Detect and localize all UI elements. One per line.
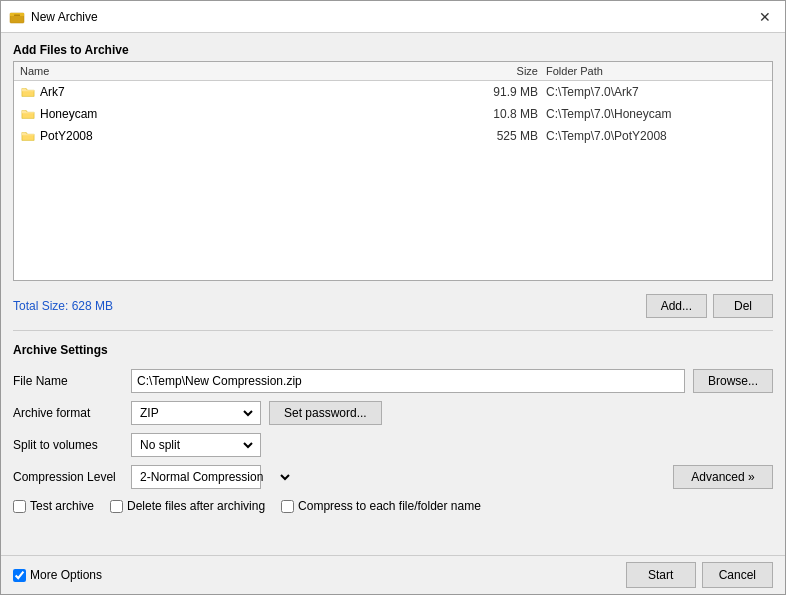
test-archive-checkbox-label[interactable]: Test archive bbox=[13, 499, 94, 513]
split-volumes-select-wrapper[interactable]: No split1 MB10 MB100 MB700 MB bbox=[131, 433, 261, 457]
compress-each-label: Compress to each file/folder name bbox=[298, 499, 481, 513]
compression-level-label: Compression Level bbox=[13, 470, 123, 484]
folder-icon bbox=[20, 106, 36, 122]
del-button[interactable]: Del bbox=[713, 294, 773, 318]
split-volumes-label: Split to volumes bbox=[13, 438, 123, 452]
file-size-cell: 10.8 MB bbox=[466, 107, 546, 121]
file-list-container[interactable]: Name Size Folder Path Ark7 91.9 MB C:\Te… bbox=[13, 61, 773, 281]
file-name-row: File Name Browse... bbox=[13, 369, 773, 393]
start-button[interactable]: Start bbox=[626, 562, 696, 588]
delete-files-label: Delete files after archiving bbox=[127, 499, 265, 513]
folder-icon bbox=[20, 84, 36, 100]
archive-format-label: Archive format bbox=[13, 406, 123, 420]
file-name-cell: Honeycam bbox=[40, 107, 466, 121]
close-button[interactable]: ✕ bbox=[753, 7, 777, 27]
dialog-body: Add Files to Archive Name Size Folder Pa… bbox=[1, 33, 785, 555]
archive-format-select-wrapper[interactable]: ZIP7ZTARGZBZ2 bbox=[131, 401, 261, 425]
compress-each-checkbox-label[interactable]: Compress to each file/folder name bbox=[281, 499, 481, 513]
file-path-cell: C:\Temp\7.0\Honeycam bbox=[546, 107, 766, 121]
svg-rect-2 bbox=[14, 14, 20, 16]
compress-each-checkbox[interactable] bbox=[281, 500, 294, 513]
more-options-checkbox[interactable] bbox=[13, 569, 26, 582]
file-buttons: Add... Del bbox=[646, 294, 773, 318]
delete-files-checkbox-label[interactable]: Delete files after archiving bbox=[110, 499, 265, 513]
cancel-button[interactable]: Cancel bbox=[702, 562, 773, 588]
files-section: Add Files to Archive Name Size Folder Pa… bbox=[13, 43, 773, 281]
compression-select[interactable]: 0-Store1-Fastest2-Normal Compression3-Ma… bbox=[136, 469, 293, 485]
add-button[interactable]: Add... bbox=[646, 294, 707, 318]
file-path-cell: C:\Temp\7.0\PotY2008 bbox=[546, 129, 766, 143]
file-rows: Ark7 91.9 MB C:\Temp\7.0\Ark7 Honeycam 1… bbox=[14, 81, 772, 147]
split-volumes-select[interactable]: No split1 MB10 MB100 MB700 MB bbox=[136, 437, 256, 453]
title-bar-left: New Archive bbox=[9, 9, 98, 25]
archive-settings: Archive Settings File Name Browse... Arc… bbox=[13, 343, 773, 513]
table-row[interactable]: Honeycam 10.8 MB C:\Temp\7.0\Honeycam bbox=[14, 103, 772, 125]
set-password-button[interactable]: Set password... bbox=[269, 401, 382, 425]
total-size-row: Total Size: 628 MB Add... Del bbox=[13, 294, 773, 318]
browse-button[interactable]: Browse... bbox=[693, 369, 773, 393]
file-path-cell: C:\Temp\7.0\Ark7 bbox=[546, 85, 766, 99]
file-name-cell: PotY2008 bbox=[40, 129, 466, 143]
test-archive-checkbox[interactable] bbox=[13, 500, 26, 513]
title-bar: New Archive ✕ bbox=[1, 1, 785, 33]
settings-title: Archive Settings bbox=[13, 343, 773, 357]
col-header-size: Size bbox=[466, 65, 546, 77]
checkboxes-row: Test archive Delete files after archivin… bbox=[13, 499, 773, 513]
file-list-header: Name Size Folder Path bbox=[14, 62, 772, 81]
col-header-path: Folder Path bbox=[546, 65, 766, 77]
delete-files-checkbox[interactable] bbox=[110, 500, 123, 513]
col-header-name: Name bbox=[20, 65, 466, 77]
advanced-button[interactable]: Advanced » bbox=[673, 465, 773, 489]
bottom-buttons: Start Cancel bbox=[626, 562, 773, 588]
archive-format-row: Archive format ZIP7ZTARGZBZ2 Set passwor… bbox=[13, 401, 773, 425]
file-size-cell: 91.9 MB bbox=[466, 85, 546, 99]
dialog-window: New Archive ✕ Add Files to Archive Name … bbox=[0, 0, 786, 595]
more-options-text: More Options bbox=[30, 568, 102, 582]
divider-1 bbox=[13, 330, 773, 331]
test-archive-label: Test archive bbox=[30, 499, 94, 513]
compression-select-wrapper[interactable]: 0-Store1-Fastest2-Normal Compression3-Ma… bbox=[131, 465, 261, 489]
files-section-title: Add Files to Archive bbox=[13, 43, 773, 57]
total-size-label: Total Size: 628 MB bbox=[13, 299, 113, 313]
file-name-control bbox=[131, 369, 685, 393]
compression-level-row: Compression Level 0-Store1-Fastest2-Norm… bbox=[13, 465, 773, 489]
file-name-cell: Ark7 bbox=[40, 85, 466, 99]
folder-icon bbox=[20, 128, 36, 144]
archive-icon bbox=[9, 9, 25, 25]
title-text: New Archive bbox=[31, 10, 98, 24]
file-size-cell: 525 MB bbox=[466, 129, 546, 143]
more-options-label[interactable]: More Options bbox=[13, 568, 102, 582]
file-name-input[interactable] bbox=[131, 369, 685, 393]
split-volumes-row: Split to volumes No split1 MB10 MB100 MB… bbox=[13, 433, 773, 457]
archive-format-select[interactable]: ZIP7ZTARGZBZ2 bbox=[136, 405, 256, 421]
table-row[interactable]: Ark7 91.9 MB C:\Temp\7.0\Ark7 bbox=[14, 81, 772, 103]
bottom-bar: More Options Start Cancel bbox=[1, 555, 785, 594]
table-row[interactable]: PotY2008 525 MB C:\Temp\7.0\PotY2008 bbox=[14, 125, 772, 147]
file-name-label: File Name bbox=[13, 374, 123, 388]
